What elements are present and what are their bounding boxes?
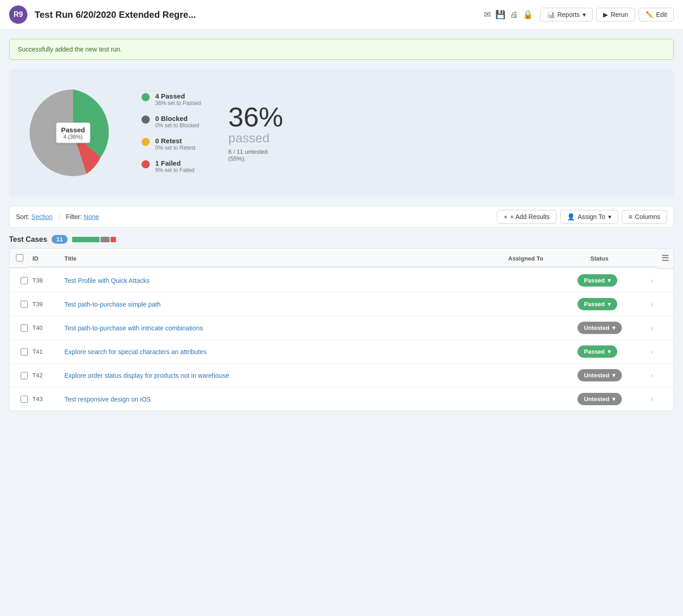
row-id: T38 (32, 277, 64, 284)
chevron-down-icon: ▾ (612, 396, 615, 402)
header: R9 Test Run 6/20/2020 Extended Regre... … (0, 0, 683, 30)
table-row: T42 Explore order status display for pro… (10, 364, 673, 387)
sort-section: Sort: Section (16, 213, 59, 220)
col-status-header: Status (584, 251, 657, 267)
row-expand-icon[interactable]: › (651, 348, 667, 356)
row-status[interactable]: Untested ▾ (578, 322, 651, 334)
row-id: T39 (32, 301, 64, 308)
row-id: T42 (32, 372, 64, 379)
col-checkbox-header[interactable] (10, 250, 26, 268)
chevron-down-icon: ▾ (608, 277, 611, 284)
filter-section: Filter: None (59, 213, 99, 220)
row-checkbox[interactable] (16, 348, 32, 355)
table-header-row: Test Cases 11 (9, 235, 674, 244)
retest-dot (142, 138, 150, 146)
row-checkbox[interactable] (16, 324, 32, 332)
col-id-header: ID (26, 251, 58, 267)
reports-icon: 📊 (547, 11, 555, 18)
header-icons: ✉ 💾 🖨 🔒 (484, 10, 533, 20)
chevron-down-icon: ▾ (608, 213, 611, 220)
table-row: T38 Test Profile with Quick Attacks Pass… (10, 269, 673, 292)
table-row: T41 Explore search for special character… (10, 340, 673, 364)
status-button[interactable]: Untested ▾ (578, 393, 622, 405)
status-button[interactable]: Passed ▾ (578, 345, 617, 358)
col-config-header[interactable]: ☰ (657, 249, 673, 269)
lock-icon[interactable]: 🔒 (523, 10, 533, 20)
legend-retest: 0 Retest 0% set to Retest (142, 137, 201, 151)
status-button[interactable]: Passed ▾ (578, 274, 617, 287)
row-title[interactable]: Explore order status display for product… (64, 372, 495, 379)
legend-failed: 1 Failed 9% set to Failed (142, 159, 201, 173)
row-status[interactable]: Passed ▾ (578, 298, 651, 310)
select-all-checkbox[interactable] (16, 254, 23, 261)
row-expand-icon[interactable]: › (651, 324, 667, 332)
row-expand-icon[interactable]: › (651, 277, 667, 285)
avatar: R9 (9, 5, 27, 24)
sort-value[interactable]: Section (32, 213, 53, 220)
row-checkbox[interactable] (16, 277, 32, 284)
blocked-dot (142, 115, 150, 124)
columns-button[interactable]: ≡ Columns (622, 210, 667, 224)
progress-bar (72, 237, 116, 242)
row-checkbox[interactable] (16, 301, 32, 308)
add-results-button[interactable]: + + Add Results (497, 210, 557, 224)
col-title-header: Title (58, 251, 502, 267)
success-banner: Successfully added the new test run. (9, 39, 674, 60)
row-title[interactable]: Test path-to-purchase with intricate com… (64, 324, 495, 332)
filter-value[interactable]: None (84, 213, 99, 220)
row-id: T40 (32, 324, 64, 331)
status-button[interactable]: Untested ▾ (578, 322, 622, 334)
assign-to-button[interactable]: 👤 Assign To ▾ (560, 210, 618, 224)
plus-icon: + (504, 213, 507, 220)
header-buttons: 📊 Reports ▾ ▶ Rerun ✏️ Edit (540, 8, 674, 21)
row-status[interactable]: Passed ▾ (578, 345, 651, 358)
stats-section: Passed 4 (36%) 4 Passed 36% set to Passe… (9, 69, 674, 197)
chevron-down-icon: ▾ (608, 348, 611, 355)
row-expand-icon[interactable]: › (651, 371, 667, 380)
status-button[interactable]: Untested ▾ (578, 369, 622, 381)
row-title[interactable]: Test Profile with Quick Attacks (64, 277, 495, 284)
progress-passed (72, 237, 100, 242)
email-icon[interactable]: ✉ (484, 10, 491, 20)
table-row: T39 Test path-to-purchase simple path Pa… (10, 292, 673, 316)
assign-icon: 👤 (567, 213, 575, 220)
save-icon[interactable]: 💾 (495, 10, 505, 20)
test-cases-table: ID Title Assigned To Status ☰ T38 Test P… (9, 248, 674, 411)
legend-blocked: 0 Blocked 0% set to Blocked (142, 115, 201, 129)
row-title[interactable]: Test responsive design on iOS (64, 396, 495, 403)
row-expand-icon[interactable]: › (651, 395, 667, 403)
page-title: Test Run 6/20/2020 Extended Regre... (35, 10, 477, 20)
pie-chart: Passed 4 (36%) (23, 83, 123, 183)
edit-icon: ✏️ (646, 11, 653, 18)
toolbar: Sort: Section Filter: None + + Add Resul… (9, 206, 674, 228)
row-expand-icon[interactable]: › (651, 300, 667, 308)
row-title[interactable]: Explore search for special characters an… (64, 348, 495, 355)
toolbar-actions: + + Add Results 👤 Assign To ▾ ≡ Columns (497, 210, 667, 224)
main-content: Successfully added the new test run. Pas… (0, 30, 683, 420)
row-status[interactable]: Passed ▾ (578, 274, 651, 287)
row-status[interactable]: Untested ▾ (578, 393, 651, 405)
columns-icon: ≡ (629, 213, 632, 220)
failed-dot (142, 160, 150, 168)
reports-button[interactable]: 📊 Reports ▾ (540, 8, 593, 21)
row-id: T43 (32, 396, 64, 402)
col-assigned-header: Assigned To (502, 251, 584, 267)
row-checkbox[interactable] (16, 396, 32, 403)
chevron-down-icon: ▾ (612, 324, 615, 331)
test-cases-section: Test Cases 11 ID Title Assigned To Statu… (9, 235, 674, 411)
table-head: ID Title Assigned To Status ☰ (10, 249, 673, 269)
rerun-button[interactable]: ▶ Rerun (596, 8, 635, 21)
chevron-down-icon: ▾ (612, 372, 615, 379)
edit-button[interactable]: ✏️ Edit (639, 8, 674, 21)
table-body: T38 Test Profile with Quick Attacks Pass… (10, 269, 673, 411)
row-status[interactable]: Untested ▾ (578, 369, 651, 381)
chevron-down-icon: ▾ (608, 301, 611, 308)
status-button[interactable]: Passed ▾ (578, 298, 617, 310)
row-checkbox[interactable] (16, 372, 32, 379)
big-stat: 36% passed 6 / 11 untested (55%). (228, 104, 283, 162)
row-title[interactable]: Test path-to-purchase simple path (64, 301, 495, 308)
row-id: T41 (32, 348, 64, 355)
passed-dot (142, 93, 150, 101)
pie-chart-svg (23, 83, 123, 183)
print-icon[interactable]: 🖨 (510, 10, 518, 20)
